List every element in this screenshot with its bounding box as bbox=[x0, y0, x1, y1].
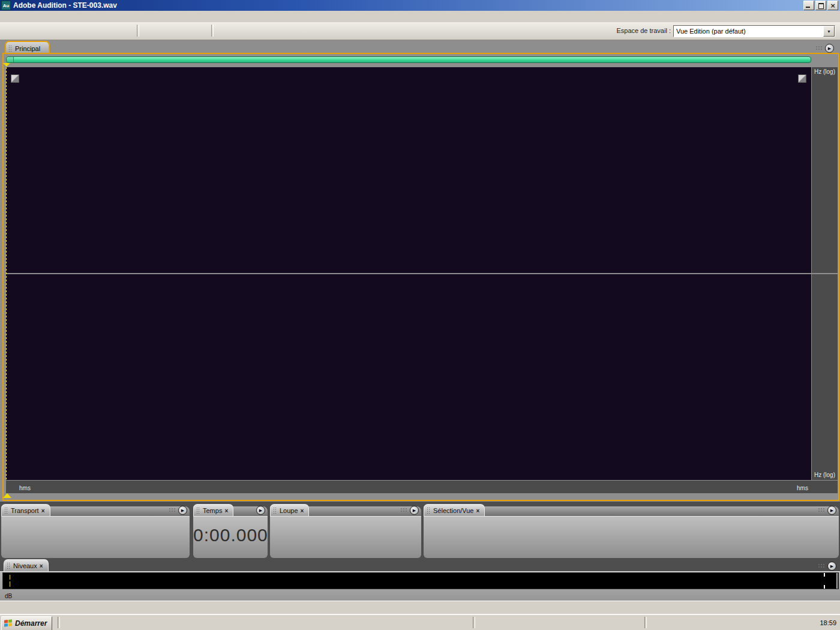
meter-peak-mark bbox=[824, 573, 825, 577]
playhead-line bbox=[6, 67, 7, 480]
panel-menu[interactable]: ▶ bbox=[400, 506, 419, 515]
tab-label: Principal bbox=[15, 45, 40, 52]
workspace-value: Vue Edition (par défaut) bbox=[674, 28, 823, 35]
time-display: 0:00.000 bbox=[193, 525, 268, 545]
panel-header bbox=[424, 506, 839, 516]
workspace-select[interactable]: Vue Edition (par défaut) ▼ bbox=[673, 25, 835, 37]
taskbar: Démarrer 18:59 bbox=[0, 614, 840, 630]
toolbar-separator bbox=[211, 25, 214, 37]
panel-title: Loupe bbox=[280, 507, 298, 514]
workspace-label: Espace de travail : bbox=[617, 27, 671, 34]
tab-loupe[interactable]: Loupe × bbox=[270, 504, 309, 517]
panel-title: Temps bbox=[203, 507, 222, 514]
taskbar-separator bbox=[644, 617, 647, 628]
scrollbar-left-cap[interactable] bbox=[7, 57, 14, 62]
spectrogram-channel-right[interactable] bbox=[6, 274, 186, 364]
panel-menu-icon[interactable]: ▶ bbox=[825, 44, 834, 53]
panel-menu[interactable]: ▶ bbox=[818, 506, 836, 515]
close-icon[interactable]: × bbox=[476, 508, 479, 514]
frequency-unit: Hz (log) bbox=[814, 68, 835, 75]
spectral-display bbox=[6, 67, 811, 480]
panel-menu-icon[interactable]: ▶ bbox=[178, 506, 187, 515]
restore-button[interactable] bbox=[815, 1, 826, 10]
tab-row: Principal ▶ bbox=[0, 40, 840, 54]
corner-grip-right-icon[interactable] bbox=[798, 74, 806, 83]
close-icon[interactable]: × bbox=[301, 508, 304, 514]
panel-title: Sélection/Vue bbox=[433, 507, 473, 514]
meter-right-edge bbox=[836, 573, 838, 589]
grip-dots-icon bbox=[400, 508, 407, 513]
toolbar-separator bbox=[137, 25, 139, 37]
temps-panel: Temps × ▶ 0:00.000 bbox=[193, 504, 268, 558]
window-title: Adobe Audition - STE-003.wav bbox=[13, 1, 117, 10]
grip-icon bbox=[8, 45, 13, 52]
grip-dots-icon bbox=[169, 508, 176, 513]
menu-bar bbox=[0, 11, 840, 22]
grip-icon bbox=[4, 507, 8, 514]
niveaux-panel: Niveaux × ▶ dB bbox=[0, 559, 840, 601]
close-icon[interactable]: × bbox=[224, 508, 228, 514]
panel-title: Niveaux bbox=[13, 562, 37, 569]
playhead-marker-bottom[interactable] bbox=[3, 493, 11, 498]
panel-menu-icon[interactable]: ▶ bbox=[827, 506, 836, 515]
spectrogram-channel-left[interactable] bbox=[6, 67, 186, 157]
grip-icon bbox=[427, 507, 431, 514]
horizontal-scrollbar[interactable] bbox=[6, 56, 811, 63]
start-button[interactable]: Démarrer bbox=[1, 616, 52, 630]
frequency-ruler-left[interactable]: Hz (log) bbox=[812, 67, 838, 273]
panel-menu-icon[interactable]: ▶ bbox=[827, 562, 836, 571]
panel-menu[interactable]: ▶ bbox=[169, 506, 187, 515]
close-icon[interactable]: × bbox=[40, 563, 43, 569]
frequency-unit: Hz (log) bbox=[814, 472, 835, 478]
playhead-marker-top[interactable] bbox=[3, 63, 10, 67]
app-icon: Au bbox=[1, 1, 11, 10]
close-icon[interactable]: × bbox=[41, 508, 45, 514]
corner-grip-left-icon[interactable] bbox=[11, 74, 19, 83]
chevron-down-icon[interactable]: ▼ bbox=[823, 26, 835, 37]
grip-dots-icon bbox=[815, 46, 823, 51]
title-bar: Au Adobe Audition - STE-003.wav × bbox=[0, 0, 840, 11]
start-label: Démarrer bbox=[15, 619, 47, 628]
grip-dots-icon bbox=[818, 508, 825, 513]
status-bar bbox=[0, 601, 840, 614]
grip-icon bbox=[273, 507, 277, 514]
grip-dots-icon bbox=[818, 563, 825, 569]
time-ruler[interactable]: hms hms bbox=[6, 481, 838, 493]
panel-menu-icon[interactable]: ▶ bbox=[410, 506, 419, 515]
tab-transport[interactable]: Transport × bbox=[1, 504, 50, 517]
selection-vue-panel: Sélection/Vue × ▶ bbox=[424, 504, 839, 558]
meter-min-mark bbox=[10, 575, 10, 580]
windows-logo-icon bbox=[4, 619, 13, 628]
panel-menu[interactable]: ▶ bbox=[818, 562, 836, 571]
level-meter[interactable] bbox=[2, 572, 839, 589]
taskbar-separator bbox=[473, 617, 475, 628]
db-unit: dB bbox=[5, 593, 12, 599]
tab-selection-vue[interactable]: Sélection/Vue × bbox=[424, 504, 485, 517]
panel-title: Transport bbox=[11, 507, 39, 514]
db-ruler: dB bbox=[2, 589, 838, 601]
frequency-ruler-right[interactable]: Hz (log) bbox=[812, 274, 838, 480]
panel-menu[interactable]: ▶ bbox=[815, 44, 834, 53]
toolbar: Espace de travail : Vue Edition (par déf… bbox=[0, 22, 840, 40]
grip-icon bbox=[7, 562, 11, 569]
time-unit-left: hms bbox=[19, 485, 31, 491]
grip-icon bbox=[196, 507, 200, 514]
transport-panel: Transport × ▶ bbox=[1, 504, 190, 558]
taskbar-clock: 18:59 bbox=[820, 614, 836, 630]
meter-min-mark bbox=[10, 581, 10, 587]
panel-menu-icon[interactable]: ▶ bbox=[256, 506, 265, 515]
time-unit-right: hms bbox=[797, 485, 808, 491]
tab-niveaux[interactable]: Niveaux × bbox=[4, 559, 49, 572]
loupe-panel: Loupe × ▶ bbox=[270, 504, 421, 558]
adobe-audition-window: Au Adobe Audition - STE-003.wav × Espace… bbox=[0, 0, 840, 630]
taskbar-separator bbox=[58, 617, 60, 628]
close-button[interactable]: × bbox=[827, 1, 838, 10]
panel-menu[interactable]: ▶ bbox=[256, 506, 265, 515]
tab-temps[interactable]: Temps × bbox=[193, 504, 233, 517]
minimize-button[interactable] bbox=[803, 1, 814, 10]
levels-body: dB bbox=[0, 571, 840, 601]
